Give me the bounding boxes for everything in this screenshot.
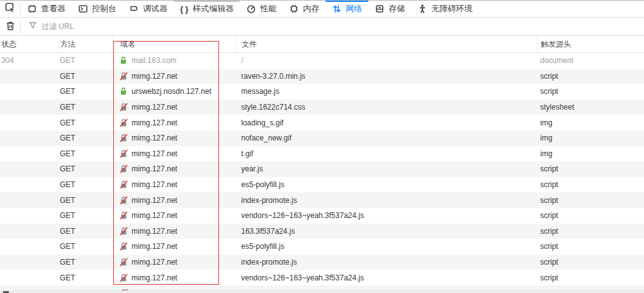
file-cell: index-promote.js xyxy=(236,258,537,267)
domain-text: mimg.127.net xyxy=(132,164,178,173)
table-body: 304 GET mail.163.com / document GET xyxy=(0,53,644,290)
request-row[interactable]: GET mimg.127.net t.gif img xyxy=(0,146,644,162)
console-icon xyxy=(78,4,88,14)
inspector-icon xyxy=(27,4,37,14)
tab-accessibility[interactable]: 无障碍环境 xyxy=(411,1,478,17)
cause-cell: script xyxy=(537,242,644,251)
security-lock-icon xyxy=(120,180,128,189)
domain-cell: mimg.127.net xyxy=(112,118,236,127)
file-cell: message.js xyxy=(236,87,537,96)
method-cell: GET xyxy=(59,56,112,65)
tab-label: 查看器 xyxy=(41,3,65,14)
tab-memory[interactable]: 内存 xyxy=(283,1,325,17)
tab-storage[interactable]: 存储 xyxy=(368,1,411,17)
tab-style-editor[interactable]: { } 样式编辑器 xyxy=(174,1,240,17)
file-cell: year.js xyxy=(236,164,537,173)
request-row[interactable] xyxy=(0,285,644,290)
request-row[interactable]: GET mimg.127.net noface_new.gif img xyxy=(0,130,644,146)
security-lock-icon xyxy=(120,87,128,96)
domain-cell: mimg.127.net xyxy=(112,273,236,282)
method-cell: GET xyxy=(59,118,112,127)
security-lock-icon xyxy=(120,211,128,220)
domain-cell: urswebzj.nosdn.127.net xyxy=(112,87,236,96)
domain-cell: mimg.127.net xyxy=(112,227,236,236)
method-cell: GET xyxy=(59,227,112,236)
pick-element-button[interactable] xyxy=(0,1,20,17)
domain-text: mimg.127.net xyxy=(132,103,178,112)
security-lock-icon xyxy=(120,196,128,205)
column-header-domain[interactable]: 域名 xyxy=(112,36,236,52)
request-row[interactable]: GET mimg.127.net es5-polyfill.js script xyxy=(0,239,644,255)
devtools-tabbar: 查看器 控制台 调试器 { } 样式编辑器 xyxy=(0,0,644,18)
domain-cell: mimg.127.net xyxy=(112,149,236,158)
request-row[interactable]: 304 GET mail.163.com / document xyxy=(0,53,644,69)
domain-text: mail.163.com xyxy=(132,56,176,65)
funnel-icon xyxy=(28,21,37,32)
tab-inspector[interactable]: 查看器 xyxy=(21,1,72,17)
clear-requests-button[interactable] xyxy=(0,18,20,35)
domain-cell: mimg.127.net xyxy=(112,164,236,173)
request-row[interactable]: GET mimg.127.net year.js script xyxy=(0,161,644,177)
tab-label: 无障碍环境 xyxy=(431,3,472,14)
security-lock-icon xyxy=(120,134,128,142)
request-row[interactable]: GET mimg.127.net vendors~126~163~yeah.3f… xyxy=(0,208,644,224)
filter-placeholder: 过滤 URL xyxy=(42,21,74,32)
debugger-icon xyxy=(129,4,139,14)
style-editor-icon: { } xyxy=(180,4,189,14)
request-row[interactable]: GET mimg.127.net 163.3f537a24.js script xyxy=(0,224,644,239)
pick-element-icon xyxy=(5,3,16,15)
method-cell: GET xyxy=(59,134,112,142)
request-row[interactable]: GET mimg.127.net style.1622c714.css styl… xyxy=(0,100,644,115)
tab-label: 样式编辑器 xyxy=(193,3,234,14)
tab-label: 控制台 xyxy=(92,3,116,14)
security-lock-icon xyxy=(120,103,128,112)
method-cell: GET xyxy=(59,273,112,282)
tab-debugger[interactable]: 调试器 xyxy=(123,1,174,17)
method-cell: GET xyxy=(59,149,112,158)
network-icon xyxy=(332,4,342,14)
domain-text: mimg.127.net xyxy=(132,258,178,267)
file-cell: index-promote.js xyxy=(236,196,537,205)
request-row[interactable]: GET mimg.127.net es5-polyfill.js script xyxy=(0,177,644,193)
domain-cell: mimg.127.net xyxy=(112,242,236,251)
cause-cell: script xyxy=(537,273,644,282)
file-cell: vendors~126~163~yeah.3f537a24.js xyxy=(236,211,537,220)
request-row[interactable]: GET mimg.127.net index-promote.js script xyxy=(0,192,644,208)
method-cell: GET xyxy=(59,87,112,96)
tab-performance[interactable]: 性能 xyxy=(240,1,283,17)
domain-cell: mimg.127.net xyxy=(112,211,236,220)
filter-url-input[interactable]: 过滤 URL xyxy=(21,18,644,35)
method-cell: GET xyxy=(59,164,112,173)
security-lock-icon xyxy=(120,242,128,251)
method-cell: GET xyxy=(59,103,112,112)
domain-text: mimg.127.net xyxy=(132,118,178,127)
domain-text: mimg.127.net xyxy=(132,149,178,158)
column-header-file[interactable]: 文件 xyxy=(236,36,537,52)
memory-icon xyxy=(289,4,299,14)
cause-cell: script xyxy=(537,258,644,267)
column-header-method[interactable]: 方法 xyxy=(59,36,112,52)
cause-cell: img xyxy=(537,118,644,127)
file-cell: vendors~126~163~yeah.3f537a24.js xyxy=(236,273,537,282)
request-row[interactable]: GET mimg.127.net raven-3.27.0.min.js scr… xyxy=(0,69,644,84)
cause-cell: img xyxy=(537,149,644,158)
tab-label: 调试器 xyxy=(143,3,167,14)
tab-network[interactable]: 网络 xyxy=(325,1,368,17)
domain-text: mimg.127.net xyxy=(132,134,178,142)
request-row[interactable]: GET mimg.127.net index-promote.js script xyxy=(0,255,644,270)
column-header-status[interactable]: 状态 xyxy=(0,36,59,52)
security-lock-icon xyxy=(120,118,128,127)
accessibility-icon xyxy=(417,4,427,14)
trash-icon xyxy=(6,21,15,33)
request-row[interactable]: GET mimg.127.net vendors~126~163~yeah.3f… xyxy=(0,270,644,285)
file-cell: t.gif xyxy=(236,149,537,158)
file-cell: / xyxy=(236,56,537,65)
request-row[interactable]: GET mimg.127.net loading_s.gif img xyxy=(0,115,644,130)
devtools-network-panel: 查看器 控制台 调试器 { } 样式编辑器 xyxy=(0,0,644,293)
tab-console[interactable]: 控制台 xyxy=(72,1,123,17)
request-row[interactable]: GET urswebzj.nosdn.127.net message.js sc… xyxy=(0,84,644,100)
table-header: 状态 方法 域名 文件 触发源头 xyxy=(0,36,644,53)
cause-cell: script xyxy=(537,164,644,173)
method-cell: GET xyxy=(59,211,112,220)
column-header-cause[interactable]: 触发源头 xyxy=(537,36,644,52)
